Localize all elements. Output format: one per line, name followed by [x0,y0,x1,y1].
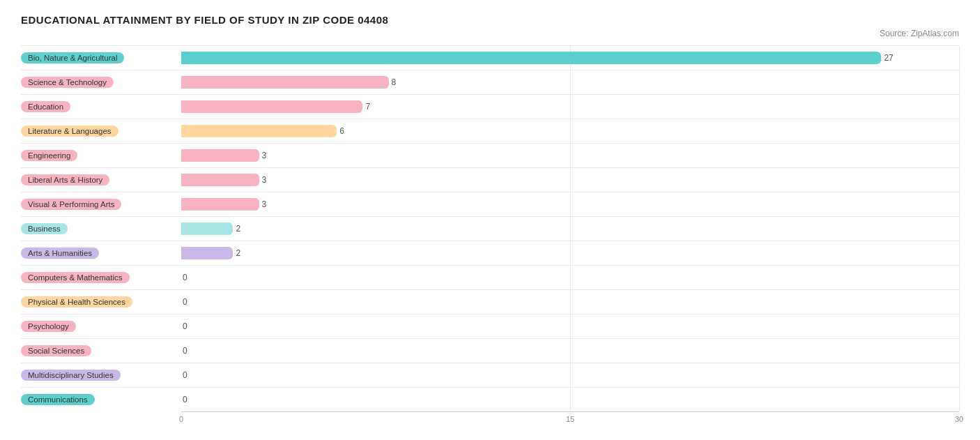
bar-fill [181,174,259,186]
bar-fill [181,149,259,162]
bar-value-label: 2 [236,224,240,234]
bar-label: Physical & Health Sciences [21,296,181,308]
bar-fill [181,247,233,259]
bar-container: 8 [181,75,959,90]
bar-container: 7 [181,99,959,114]
bar-value-label: 2 [236,248,240,258]
bar-label: Literature & Languages [21,126,181,137]
bar-value-label: 6 [339,126,344,136]
bar-fill [181,222,233,235]
bar-value-label: 0 [183,395,187,404]
bar-row: Communications0 [21,387,959,411]
bar-container: 2 [181,245,959,261]
bar-value-label: 3 [262,199,267,209]
bar-row: Physical & Health Sciences0 [21,289,959,314]
bar-value-label: 7 [365,102,370,112]
bar-value-label: 8 [392,77,397,87]
bar-label: Computers & Mathematics [21,272,181,283]
bar-value-label: 0 [183,321,187,331]
bar-container: 3 [181,148,959,163]
bar-label: Education [21,101,181,112]
bar-fill [181,76,389,89]
bar-row: Education7 [21,94,959,119]
bar-label: Business [21,223,181,234]
bar-label: Bio, Nature & Agricultural [21,52,181,63]
bar-row: Computers & Mathematics0 [21,265,959,289]
bar-row: Multidisciplinary Studies0 [21,363,959,387]
bar-fill [181,52,881,64]
bar-label: Visual & Performing Arts [21,199,181,210]
bar-container: 0 [181,294,959,310]
bar-container: 2 [181,221,959,236]
bar-row: Engineering3 [21,143,959,167]
bar-label: Liberal Arts & History [21,174,181,185]
bar-row: Business2 [21,216,959,241]
bar-row: Liberal Arts & History3 [21,167,959,192]
bar-fill [181,100,362,113]
bar-container: 3 [181,172,959,188]
bar-label: Multidisciplinary Studies [21,370,181,381]
source-label: Source: ZipAtlas.com [21,29,959,38]
bar-label: Science & Technology [21,77,181,88]
bar-fill [181,125,337,137]
bar-value-label: 0 [183,273,187,282]
chart-area: Bio, Nature & Agricultural27Science & Te… [21,45,959,427]
bar-value-label: 3 [262,175,267,185]
bar-container: 0 [181,343,959,358]
bar-value-label: 0 [183,297,187,307]
bar-container: 0 [181,270,959,285]
bar-row: Social Sciences0 [21,338,959,363]
bar-value-label: 3 [262,151,267,160]
x-axis: 01530 [181,411,959,427]
bar-fill [181,198,259,211]
bar-row: Visual & Performing Arts3 [21,192,959,216]
bar-container: 0 [181,367,959,383]
bar-row: Arts & Humanities2 [21,241,959,265]
bar-label: Communications [21,394,181,405]
bar-container: 6 [181,123,959,139]
bar-label: Arts & Humanities [21,248,181,259]
bar-container: 0 [181,392,959,407]
bar-row: Psychology0 [21,314,959,338]
bar-container: 27 [181,50,959,66]
bar-row: Science & Technology8 [21,70,959,94]
bar-label: Engineering [21,150,181,161]
bar-value-label: 27 [884,53,893,63]
bar-row: Literature & Languages6 [21,119,959,143]
bar-value-label: 0 [183,370,187,380]
bar-label: Psychology [21,321,181,332]
bar-container: 0 [181,319,959,334]
x-tick-label: 30 [955,415,963,423]
page-title: EDUCATIONAL ATTAINMENT BY FIELD OF STUDY… [21,14,959,26]
bar-row: Bio, Nature & Agricultural27 [21,45,959,70]
x-tick-label: 15 [566,415,574,423]
x-tick-label: 0 [179,415,183,423]
bar-container: 3 [181,197,959,212]
bar-label: Social Sciences [21,345,181,356]
bar-value-label: 0 [183,346,187,356]
